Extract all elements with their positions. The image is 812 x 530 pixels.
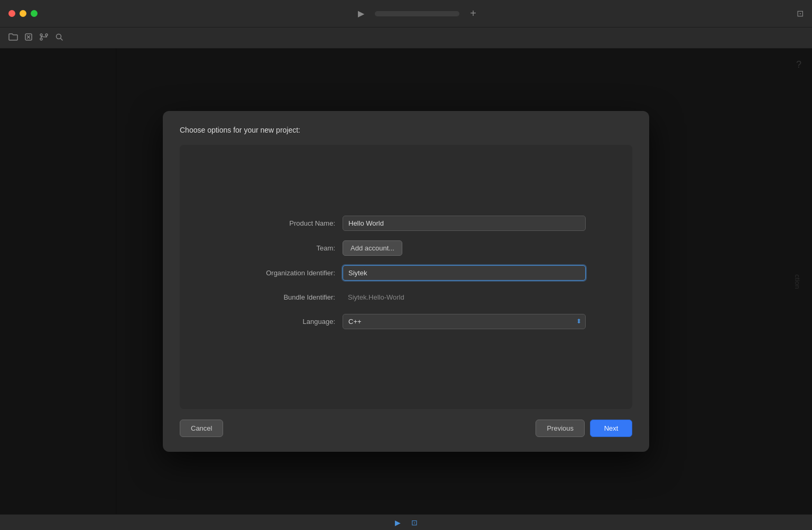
product-name-row: Product Name: [226,216,586,231]
product-name-label: Product Name: [226,219,343,227]
previous-button[interactable]: Previous [536,420,585,437]
cancel-button[interactable]: Cancel [180,420,223,437]
nav-buttons: Previous Next [536,420,632,437]
team-label: Team: [226,244,343,252]
svg-point-3 [40,34,42,36]
titlebar-right: ⊡ [797,8,804,18]
toolbar [0,27,812,49]
run-icon[interactable]: ▶ [358,8,364,18]
bundle-identifier-value: Siytek.Hello-World [343,290,586,304]
bottom-bar: ▶ ⊡ [0,514,812,530]
main-content: ? ction Choose options for your new proj… [0,49,812,514]
maximize-button[interactable] [31,10,38,17]
dialog-overlay: Choose options for your new project: Pro… [0,49,812,514]
language-row: Language: C++ Swift Objective-C ⬍ [226,314,586,329]
folder-icon[interactable] [8,33,18,43]
dialog-content-area: Product Name: Team: Add account... Organ… [180,145,632,409]
add-tab-icon[interactable]: + [470,7,476,20]
close-file-icon[interactable] [24,33,33,43]
titlebar-tab[interactable] [375,11,459,16]
split-view-icon[interactable]: ⊡ [797,8,804,18]
svg-point-5 [40,38,42,40]
dialog-title: Choose options for your new project: [180,126,632,134]
bundle-identifier-row: Bundle Identifier: Siytek.Hello-World [226,290,586,304]
minimize-button[interactable] [20,10,26,17]
org-identifier-label: Organization Identifier: [226,269,343,277]
language-select-wrapper: C++ Swift Objective-C ⬍ [343,314,586,329]
language-select[interactable]: C++ Swift Objective-C [343,314,586,329]
branch-icon[interactable] [39,33,49,43]
next-button[interactable]: Next [590,420,632,437]
traffic-lights [8,10,38,17]
bottom-run-icon[interactable]: ▶ [395,518,401,527]
team-row: Team: Add account... [226,240,586,256]
titlebar-center: ▶ + [38,7,797,20]
org-identifier-row: Organization Identifier: [226,265,586,281]
titlebar: ▶ + ⊡ [0,0,812,27]
form-container: Product Name: Team: Add account... Organ… [226,216,586,339]
add-account-button[interactable]: Add account... [343,240,402,256]
product-name-input[interactable] [343,216,586,231]
close-button[interactable] [8,10,15,17]
bottom-device-icon[interactable]: ⊡ [411,518,418,527]
bundle-identifier-label: Bundle Identifier: [226,293,343,301]
org-identifier-input[interactable] [343,265,586,281]
dialog-footer: Cancel Previous Next [180,420,632,437]
language-label: Language: [226,318,343,326]
new-project-dialog: Choose options for your new project: Pro… [163,111,649,452]
svg-point-4 [45,34,48,36]
search-icon[interactable] [55,33,63,43]
svg-line-7 [61,38,63,40]
